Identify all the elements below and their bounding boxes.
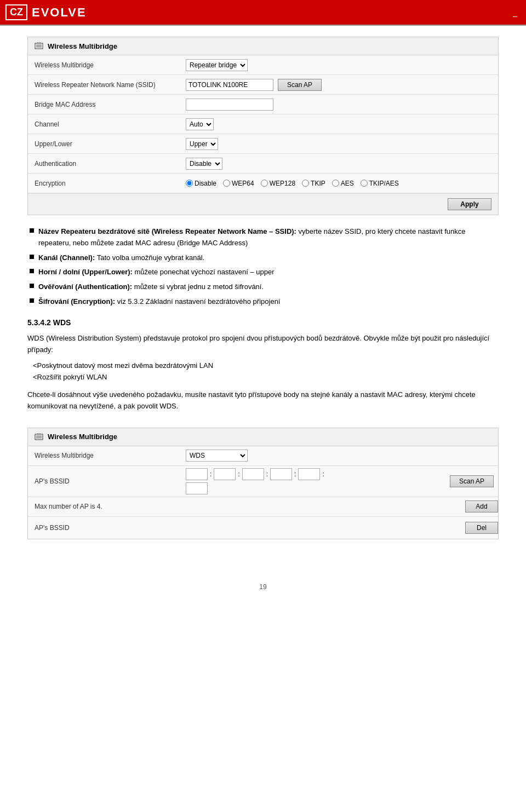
- brand-logo: EVOLVE: [32, 5, 87, 20]
- mac-sep-2: :: [238, 470, 239, 478]
- mac-sep-1: :: [210, 470, 211, 478]
- main-content: Wireless Multibridge Wireless Multibridg…: [0, 26, 526, 572]
- ssid-field: Scan AP: [181, 77, 498, 93]
- bullet-icon-channel: [30, 255, 34, 259]
- section1-icon: [35, 42, 43, 50]
- minimize-button[interactable]: _: [510, 9, 521, 16]
- apply-button[interactable]: Apply: [448, 198, 491, 210]
- del-button[interactable]: Del: [465, 522, 498, 534]
- header-controls: _: [510, 9, 521, 16]
- auth-select[interactable]: Disable WEP WPA WPA2: [186, 158, 222, 170]
- wds-mode-row: Wireless Multibridge WDS Repeater bridge: [28, 446, 498, 466]
- enc-wep128-item[interactable]: WEP128: [261, 180, 295, 187]
- ssid-row: Wireless Repeater Network Name (SSID) Sc…: [28, 75, 498, 95]
- page-number: 19: [0, 572, 526, 602]
- enc-disable-item[interactable]: Disable: [186, 180, 216, 187]
- enc-wep128-radio[interactable]: [261, 180, 268, 187]
- ssid-label: Wireless Repeater Network Name (SSID): [28, 78, 181, 92]
- encryption-radio-group: Disable WEP64 WEP128 TKIP AES: [186, 180, 399, 187]
- section2-icon: [35, 433, 43, 441]
- mac-sep-5: :: [322, 470, 324, 478]
- enc-aes-radio[interactable]: [332, 180, 339, 187]
- wds-body-text: Chcete-li dosáhnout výše uvedeného požad…: [27, 389, 499, 412]
- enc-wep64-item[interactable]: WEP64: [223, 180, 254, 187]
- bullet-enc: Šifrování (Encryption): viz 5.3.2 Základ…: [27, 296, 499, 308]
- enc-wep64-label: WEP64: [232, 180, 254, 187]
- bullet-auth: Ověřování (Authentication): můžete si vy…: [27, 281, 499, 293]
- enc-disable-label: Disable: [195, 180, 216, 187]
- mac-cell-5[interactable]: [298, 468, 320, 480]
- channel-row: Channel Auto 123: [28, 114, 498, 134]
- enc-tkip-item[interactable]: TKIP: [302, 180, 325, 187]
- section1-title-text: Wireless Multibridge: [48, 42, 117, 50]
- enc-aes-item[interactable]: AES: [332, 180, 354, 187]
- ssid-scan-ap-button[interactable]: Scan AP: [278, 79, 322, 91]
- mac-sep-4: :: [294, 470, 296, 478]
- bullet-text-auth: Ověřování (Authentication): můžete si vy…: [38, 281, 499, 293]
- mac-cell-2[interactable]: [214, 468, 236, 480]
- enc-tkip-label: TKIP: [311, 180, 325, 187]
- bullet-upperlower: Horní / dolní (Upper/Lower): můžete pone…: [27, 267, 499, 278]
- encryption-row: Encryption Disable WEP64 WEP128 TKIP: [28, 174, 498, 193]
- section1-title: Wireless Multibridge: [28, 37, 498, 55]
- max-ap-label: Max number of AP is 4.: [28, 499, 181, 514]
- multibridge-mode-row: Wireless Multibridge Repeater bridge WDS: [28, 55, 498, 75]
- bullet-text-upperlower: Horní / dolní (Upper/Lower): můžete pone…: [38, 267, 499, 278]
- bullet-ssid: Název Repeateru bezdrátové sítě (Wireles…: [27, 226, 499, 249]
- section2-title: Wireless Multibridge: [28, 428, 498, 446]
- encryption-field: Disable WEP64 WEP128 TKIP AES: [181, 177, 498, 189]
- channel-label: Channel: [28, 117, 181, 131]
- wds-list-text: <Poskytnout datový most mezi dvěma bezdr…: [27, 360, 499, 383]
- bridge-mac-field: [181, 96, 498, 113]
- enc-tkipaes-label: TKIP/AES: [369, 180, 399, 187]
- enc-tkipaes-radio[interactable]: [361, 180, 368, 187]
- bullet-icon-ssid: [30, 228, 34, 233]
- aps-bssid-row: AP's BSSID : : : : :: [28, 466, 498, 497]
- mac-cell-6[interactable]: [186, 482, 208, 494]
- multibridge-mode-label: Wireless Multibridge: [28, 58, 181, 72]
- enc-tkip-radio[interactable]: [302, 180, 309, 187]
- enc-aes-label: AES: [341, 180, 354, 187]
- auth-field: Disable WEP WPA WPA2: [181, 156, 498, 172]
- auth-label: Authentication: [28, 157, 181, 171]
- cz-logo: CZ: [5, 4, 27, 20]
- multibridge-mode-field: Repeater bridge WDS: [181, 57, 498, 73]
- aps-bssid-label: AP's BSSID: [28, 474, 181, 488]
- svg-rect-5: [36, 435, 42, 439]
- wds-scan-ap-button[interactable]: Scan AP: [450, 475, 494, 487]
- mac-input-row: : : : : :: [186, 468, 445, 480]
- bridge-mac-row: Bridge MAC Address: [28, 95, 498, 114]
- bullet-icon-upperlower: [30, 269, 34, 273]
- bullet-icon-enc: [30, 298, 34, 303]
- wds-mode-select[interactable]: WDS Repeater bridge: [186, 450, 248, 462]
- enc-wep128-label: WEP128: [270, 180, 295, 187]
- section2-title-text: Wireless Multibridge: [48, 433, 117, 441]
- wds-mode-field: WDS Repeater bridge: [181, 447, 498, 464]
- bridge-mac-input[interactable]: [186, 99, 273, 111]
- enc-disable-radio[interactable]: [186, 180, 193, 187]
- aps-bssid-field: : : : : : Scan AP: [181, 466, 498, 497]
- aps-bssid-del-row: AP's BSSID Del: [28, 517, 498, 539]
- upper-lower-select[interactable]: Upper Lower: [186, 138, 218, 150]
- aps-bssid-del-field: Del: [181, 520, 498, 536]
- upper-lower-row: Upper/Lower Upper Lower: [28, 134, 498, 154]
- multibridge-mode-select[interactable]: Repeater bridge WDS: [186, 59, 248, 71]
- bullet-text-channel: Kanál (Channel): Tato volba umožňuje vyb…: [38, 252, 499, 264]
- add-button[interactable]: Add: [465, 500, 498, 512]
- mac-cell-1[interactable]: [186, 468, 208, 480]
- header: CZ EVOLVE _: [0, 0, 526, 25]
- channel-field: Auto 123: [181, 116, 498, 133]
- channel-select[interactable]: Auto 123: [186, 118, 214, 130]
- enc-wep64-radio[interactable]: [223, 180, 230, 187]
- max-ap-field: Add: [181, 498, 498, 515]
- mac-sep-3: :: [266, 470, 268, 478]
- ssid-input[interactable]: [186, 79, 273, 91]
- mac-cell-3[interactable]: [242, 468, 264, 480]
- wds-mode-label: Wireless Multibridge: [28, 448, 181, 463]
- wds-heading: 5.3.4.2 WDS: [27, 316, 499, 329]
- apply-row: Apply: [28, 193, 498, 215]
- encryption-label: Encryption: [28, 176, 181, 191]
- mac-cell-4[interactable]: [270, 468, 292, 480]
- enc-tkipaes-item[interactable]: TKIP/AES: [361, 180, 399, 187]
- bullet-text-enc: Šifrování (Encryption): viz 5.3.2 Základ…: [38, 296, 499, 308]
